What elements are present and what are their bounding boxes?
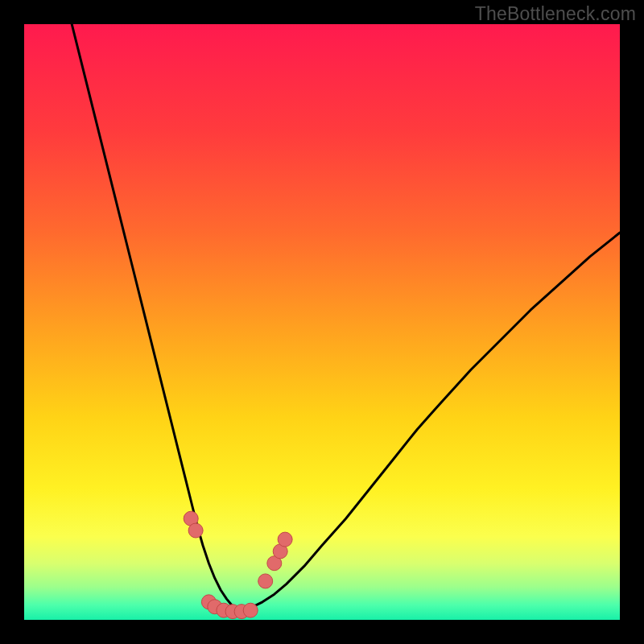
marker-point	[278, 532, 292, 547]
marker-point	[243, 603, 258, 617]
gradient-background	[24, 24, 620, 620]
chart-frame: TheBottleneck.com	[0, 0, 644, 644]
marker-point	[188, 523, 203, 538]
plot-area	[24, 24, 620, 620]
plot-svg	[24, 24, 620, 620]
watermark-label: TheBottleneck.com	[475, 3, 636, 25]
marker-point	[258, 574, 273, 588]
